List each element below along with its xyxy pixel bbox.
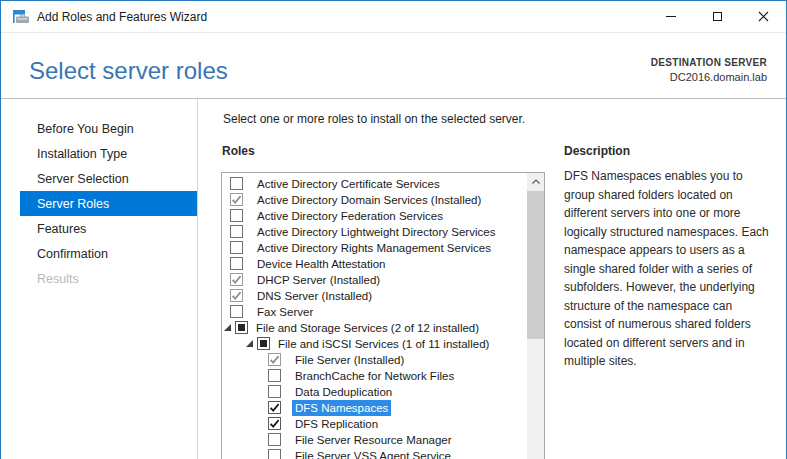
role-checkbox[interactable] — [230, 289, 243, 302]
role-label[interactable]: DHCP Server (Installed) — [254, 272, 383, 288]
role-row-file-and-iscsi-services-1-of-11-installed[interactable]: File and iSCSI Services (1 of 11 install… — [222, 336, 527, 352]
role-label[interactable]: File and Storage Services (2 of 12 insta… — [253, 320, 482, 336]
sidebar-item-server-roles[interactable]: Server Roles — [20, 191, 197, 216]
instruction-text: Select one or more roles to install on t… — [223, 112, 525, 126]
role-label[interactable]: Active Directory Certificate Services — [254, 176, 443, 192]
role-label[interactable]: DFS Replication — [292, 416, 381, 432]
title-bar: Add Roles and Features Wizard — [1, 1, 786, 33]
page-title: Select server roles — [29, 57, 228, 85]
minimize-button[interactable] — [648, 1, 694, 32]
wizard-steps-sidebar: Before You BeginInstallation TypeServer … — [2, 116, 197, 291]
role-row-file-server-installed[interactable]: File Server (Installed) — [222, 352, 527, 368]
role-row-active-directory-certificate-services[interactable]: Active Directory Certificate Services — [222, 176, 527, 192]
role-checkbox[interactable] — [268, 417, 281, 430]
sidebar-item-confirmation[interactable]: Confirmation — [20, 241, 197, 266]
sidebar-item-before-you-begin[interactable]: Before You Begin — [20, 116, 197, 141]
role-row-active-directory-domain-services-installed[interactable]: Active Directory Domain Services (Instal… — [222, 192, 527, 208]
roles-section-label: Roles — [222, 144, 255, 158]
destination-server-block: DESTINATION SERVER DC2016.domain.lab — [651, 57, 767, 83]
sidebar-item-label: Server Selection — [37, 172, 129, 186]
tree-expander-icon[interactable] — [224, 324, 231, 331]
role-label[interactable]: DFS Namespaces — [292, 400, 391, 416]
role-label[interactable]: File and iSCSI Services (1 of 11 install… — [275, 336, 492, 352]
scroll-up-button[interactable] — [527, 173, 544, 190]
sidebar-item-results: Results — [20, 266, 197, 291]
maximize-button[interactable] — [694, 1, 740, 32]
role-label[interactable]: Fax Server — [254, 304, 316, 320]
role-row-active-directory-rights-management-services[interactable]: Active Directory Rights Management Servi… — [222, 240, 527, 256]
role-checkbox[interactable] — [257, 337, 270, 350]
role-checkbox[interactable] — [230, 305, 243, 318]
header-separator — [1, 98, 786, 99]
sidebar-item-server-selection[interactable]: Server Selection — [20, 166, 197, 191]
role-row-device-health-attestation[interactable]: Device Health Attestation — [222, 256, 527, 272]
role-checkbox[interactable] — [268, 385, 281, 398]
destination-server-label: DESTINATION SERVER — [651, 57, 767, 68]
role-label[interactable]: BranchCache for Network Files — [292, 368, 457, 384]
role-row-data-deduplication[interactable]: Data Deduplication — [222, 384, 527, 400]
role-row-dhcp-server-installed[interactable]: DHCP Server (Installed) — [222, 272, 527, 288]
role-checkbox[interactable] — [230, 209, 243, 222]
role-label[interactable]: File Server Resource Manager — [292, 432, 455, 448]
roles-scrollbar[interactable] — [527, 173, 544, 459]
sidebar-item-label: Server Roles — [37, 197, 109, 211]
role-checkbox[interactable] — [235, 321, 248, 334]
tree-expander-icon[interactable] — [246, 340, 253, 347]
roles-wizard-icon — [12, 9, 30, 24]
role-row-file-server-resource-manager[interactable]: File Server Resource Manager — [222, 432, 527, 448]
role-label[interactable]: DNS Server (Installed) — [254, 288, 375, 304]
scrollbar-thumb[interactable] — [527, 191, 544, 339]
chevron-up-icon — [531, 178, 541, 186]
role-row-dfs-replication[interactable]: DFS Replication — [222, 416, 527, 432]
role-row-file-and-storage-services-2-of-12-installed[interactable]: File and Storage Services (2 of 12 insta… — [222, 320, 527, 336]
close-icon — [758, 11, 769, 22]
role-row-fax-server[interactable]: Fax Server — [222, 304, 527, 320]
role-checkbox[interactable] — [268, 449, 281, 459]
role-label[interactable]: Active Directory Domain Services (Instal… — [254, 192, 484, 208]
role-row-dns-server-installed[interactable]: DNS Server (Installed) — [222, 288, 527, 304]
role-label[interactable]: Active Directory Lightweight Directory S… — [254, 224, 498, 240]
roles-listbox[interactable]: Active Directory Certificate ServicesAct… — [221, 172, 545, 459]
role-checkbox[interactable] — [230, 193, 243, 206]
sidebar-separator — [197, 99, 198, 459]
role-row-file-server-vss-agent-service[interactable]: File Server VSS Agent Service — [222, 448, 527, 459]
sidebar-item-label: Confirmation — [37, 247, 108, 261]
role-checkbox[interactable] — [230, 241, 243, 254]
sidebar-item-label: Features — [37, 222, 86, 236]
role-description-text: DFS Namespaces enables you to group shar… — [564, 167, 769, 371]
description-section-label: Description — [564, 144, 630, 158]
sidebar-item-label: Results — [37, 272, 79, 286]
role-checkbox[interactable] — [230, 273, 243, 286]
sidebar-item-label: Installation Type — [37, 147, 127, 161]
role-checkbox[interactable] — [230, 257, 243, 270]
sidebar-item-installation-type[interactable]: Installation Type — [20, 141, 197, 166]
sidebar-item-label: Before You Begin — [37, 122, 134, 136]
role-checkbox[interactable] — [230, 177, 243, 190]
sidebar-item-features[interactable]: Features — [20, 216, 197, 241]
role-row-active-directory-lightweight-directory-services[interactable]: Active Directory Lightweight Directory S… — [222, 224, 527, 240]
role-label[interactable]: File Server VSS Agent Service — [292, 448, 454, 459]
role-label[interactable]: File Server (Installed) — [292, 352, 407, 368]
wizard-window: Add Roles and Features Wizard Select ser… — [0, 0, 787, 459]
roles-tree: Active Directory Certificate ServicesAct… — [222, 176, 527, 459]
role-label[interactable]: Data Deduplication — [292, 384, 395, 400]
role-label[interactable]: Active Directory Rights Management Servi… — [254, 240, 494, 256]
role-checkbox[interactable] — [268, 401, 281, 414]
window-title: Add Roles and Features Wizard — [37, 10, 207, 24]
role-checkbox[interactable] — [268, 353, 281, 366]
caption-buttons — [648, 1, 786, 32]
role-label[interactable]: Active Directory Federation Services — [254, 208, 446, 224]
maximize-icon — [713, 12, 722, 21]
role-checkbox[interactable] — [268, 433, 281, 446]
role-row-branchcache-for-network-files[interactable]: BranchCache for Network Files — [222, 368, 527, 384]
role-row-dfs-namespaces[interactable]: DFS Namespaces — [222, 400, 527, 416]
role-checkbox[interactable] — [268, 369, 281, 382]
role-checkbox[interactable] — [230, 225, 243, 238]
role-label[interactable]: Device Health Attestation — [254, 256, 389, 272]
destination-server-name: DC2016.domain.lab — [651, 71, 767, 83]
minimize-icon — [666, 16, 676, 17]
close-button[interactable] — [740, 1, 786, 32]
role-row-active-directory-federation-services[interactable]: Active Directory Federation Services — [222, 208, 527, 224]
